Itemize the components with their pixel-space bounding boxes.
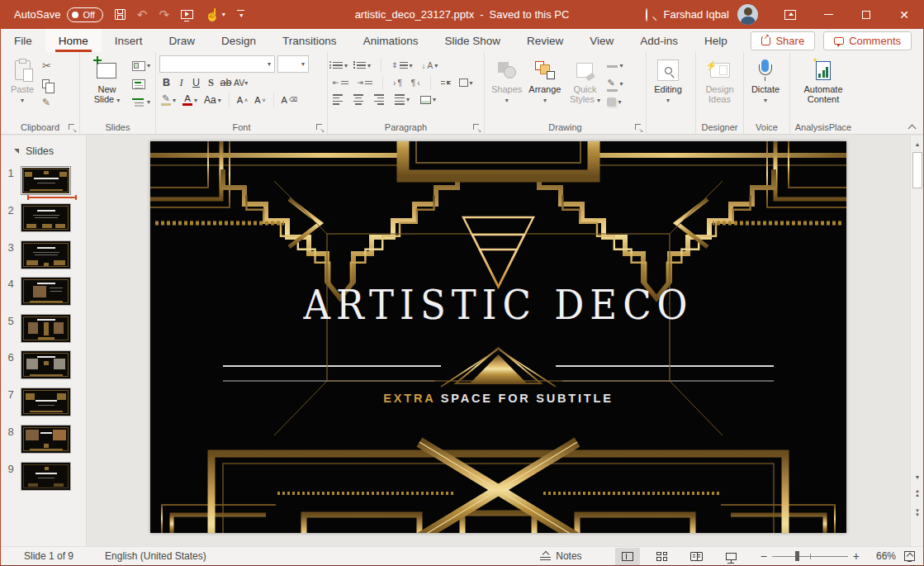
bullets-button[interactable]: ▾	[331, 59, 349, 73]
share-button[interactable]: Share	[751, 31, 815, 50]
tab-home[interactable]: Home	[45, 29, 102, 52]
save-icon[interactable]	[115, 9, 126, 20]
zoom-slider-thumb[interactable]	[795, 551, 799, 561]
shadow-button[interactable]: S	[204, 75, 218, 90]
close-button[interactable]: ✕	[885, 0, 923, 29]
text-direction-button[interactable]: ↓A▾	[420, 59, 440, 73]
slide-thumbnail-8[interactable]: 8	[1, 425, 87, 454]
slide-canvas[interactable]: ARTISTIC DECO EXTRA SPACE FOR SUBTITLE	[87, 136, 912, 546]
tab-help[interactable]: Help	[691, 29, 741, 52]
redo-icon[interactable]: ↷	[159, 8, 169, 21]
rtl-paragraph-icon[interactable]: ¶‹	[410, 76, 422, 90]
paste-button[interactable]: Paste▾	[4, 55, 40, 108]
slide-show-button[interactable]	[719, 548, 744, 565]
shape-effects-button[interactable]: ▾	[605, 95, 624, 109]
text-highlight-color-button[interactable]: ✎▾	[159, 93, 178, 107]
start-presentation-icon[interactable]	[181, 10, 193, 19]
tab-animations[interactable]: Animations	[350, 29, 432, 52]
normal-view-button[interactable]	[615, 548, 640, 565]
line-spacing-button[interactable]: ⇕▾	[390, 59, 415, 73]
slide-subtitle[interactable]: EXTRA SPACE FOR SUBTITLE	[150, 392, 846, 405]
notes-button[interactable]: Notes	[540, 550, 581, 562]
slide-thumbnail-2[interactable]: 2	[1, 203, 87, 232]
font-color-button[interactable]: A▾	[181, 93, 199, 107]
maximize-button[interactable]	[847, 0, 885, 29]
tab-file[interactable]: File	[1, 29, 45, 52]
format-painter-button[interactable]: ✎	[40, 95, 56, 109]
search-button[interactable]	[639, 9, 664, 21]
align-center-button[interactable]	[352, 93, 365, 107]
cut-button[interactable]: ✂	[40, 59, 56, 73]
slide-editor[interactable]: ARTISTIC DECO EXTRA SPACE FOR SUBTITLE	[150, 141, 846, 533]
slide-title[interactable]: ARTISTIC DECO	[150, 282, 846, 329]
italic-button[interactable]: I	[174, 75, 188, 90]
shapes-button[interactable]: Shapes▾	[488, 55, 525, 108]
drawing-dialog-launcher-icon[interactable]	[635, 124, 642, 131]
undo-icon[interactable]: ↶	[137, 8, 148, 21]
slide-thumbnail-3[interactable]: 3	[1, 240, 87, 269]
numbering-button[interactable]: ▾	[355, 59, 372, 73]
bold-button[interactable]: B	[159, 75, 173, 90]
tab-view[interactable]: View	[576, 29, 627, 52]
paragraph-dialog-launcher-icon[interactable]	[473, 124, 481, 131]
design-ideas-button[interactable]: Design Ideas	[699, 55, 740, 107]
avatar[interactable]	[737, 4, 758, 25]
align-left-button[interactable]	[331, 93, 344, 107]
slides-panel-header[interactable]: Slides	[1, 136, 86, 164]
ltr-paragraph-icon[interactable]: ›¶	[391, 76, 404, 90]
touch-mouse-mode[interactable]: ☝ ▾	[205, 8, 225, 21]
tab-transitions[interactable]: Transitions	[269, 29, 350, 52]
decrease-indent-button[interactable]: ⇤	[331, 76, 350, 90]
autosave-toggle[interactable]: Off	[67, 7, 102, 22]
clipboard-dialog-launcher-icon[interactable]	[69, 124, 76, 131]
scrollbar-thumb[interactable]	[912, 152, 922, 188]
align-text-button[interactable]: ▾	[457, 76, 475, 90]
copy-button[interactable]: ▾	[40, 77, 56, 91]
tab-design[interactable]: Design	[208, 29, 269, 52]
section-button[interactable]: ▾	[130, 95, 152, 109]
zoom-slider[interactable]	[772, 556, 848, 557]
zoom-out-button[interactable]: −	[756, 549, 772, 563]
align-right-button[interactable]	[372, 93, 386, 107]
ribbon-display-options-button[interactable]	[771, 0, 809, 29]
clear-formatting-button[interactable]: A⌫	[280, 93, 299, 107]
editing-button[interactable]: Editing▾	[650, 55, 686, 108]
slide-thumbnail-5[interactable]: 5	[1, 314, 87, 343]
collapse-ribbon-icon[interactable]	[908, 124, 917, 131]
font-dialog-launcher-icon[interactable]	[316, 124, 324, 131]
change-case-button[interactable]: Aa▾	[202, 93, 223, 107]
automate-content-button[interactable]: Automate Content	[794, 55, 853, 107]
slide-thumbnail-4[interactable]: 4	[1, 277, 87, 306]
decrease-font-size-button[interactable]: A˅	[253, 93, 267, 107]
fit-slide-to-window-icon[interactable]	[904, 551, 915, 561]
arrange-button[interactable]: Arrange▾	[525, 55, 564, 108]
autosave-control[interactable]: AutoSave Off	[14, 7, 103, 22]
tab-insert[interactable]: Insert	[102, 29, 156, 52]
zoom-level[interactable]: 66%	[865, 550, 896, 562]
shape-fill-button[interactable]: ▾	[605, 59, 624, 73]
customize-quick-access-toolbar[interactable]: ▾	[237, 10, 244, 19]
tab-slide-show[interactable]: Slide Show	[431, 29, 514, 52]
slide-thumbnail-9[interactable]: 9	[1, 462, 87, 491]
reading-view-button[interactable]	[685, 548, 709, 565]
slide-thumbnail-6[interactable]: 6	[1, 350, 87, 379]
previous-slide-button[interactable]: ▲▲	[911, 489, 924, 497]
quick-styles-button[interactable]: Quick Styles ▾	[564, 55, 605, 108]
new-slide-button[interactable]: New Slide ▾	[83, 55, 130, 108]
underline-button[interactable]: U	[189, 75, 203, 90]
shape-outline-button[interactable]: ✎▾	[605, 77, 624, 91]
justify-button[interactable]: ▾	[393, 93, 411, 107]
zoom-in-button[interactable]: +	[848, 549, 865, 563]
increase-font-size-button[interactable]: A˄	[235, 93, 249, 107]
slide-thumbnail-7[interactable]: 7	[1, 388, 87, 416]
slide-thumbnail-1[interactable]: 1	[1, 166, 87, 195]
slide-layout-button[interactable]: ▾	[130, 59, 152, 73]
font-size-combobox[interactable]: ▾	[277, 55, 309, 73]
increase-indent-button[interactable]: ⇥	[356, 76, 375, 90]
tab-review[interactable]: Review	[514, 29, 576, 52]
reset-slide-button[interactable]	[130, 77, 152, 91]
scroll-down-icon[interactable]: ▼	[911, 470, 924, 483]
next-slide-button[interactable]: ▼▼	[911, 509, 924, 517]
tab-add-ins[interactable]: Add-ins	[627, 29, 691, 52]
character-spacing-button[interactable]: AV▾	[234, 75, 248, 90]
